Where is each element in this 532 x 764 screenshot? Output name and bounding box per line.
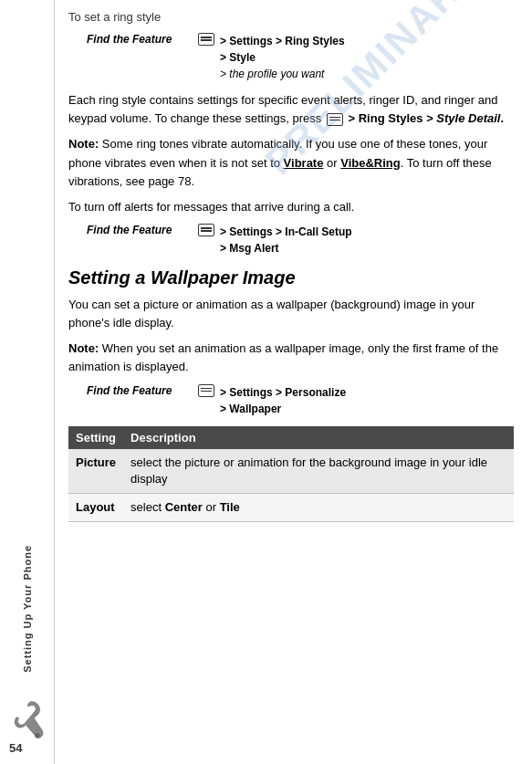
table-header-setting: Setting	[68, 426, 123, 449]
find-feature-1: Find the Feature > Settings > Ring Style…	[87, 33, 514, 82]
ff2-path-line1: > Settings > In-Call Setup	[220, 225, 352, 238]
table-cell-description: select Center or Tile	[123, 493, 514, 521]
note-1: Note: Some ring tones vibrate automatica…	[68, 135, 514, 190]
table-header-description: Description	[123, 426, 514, 449]
ff3-path-line1: > Settings > Personalize	[220, 386, 346, 399]
menu-icon-inline	[327, 113, 343, 126]
section-title: To set a ring style	[68, 9, 514, 26]
svg-point-0	[35, 733, 39, 738]
find-feature-2-path: > Settings > In-Call Setup > Msg Alert	[220, 224, 352, 256]
note-2: Note: When you set an animation as a wal…	[68, 340, 514, 376]
find-feature-3: Find the Feature > Settings > Personaliz…	[87, 384, 514, 417]
sidebar-label: Setting Up Your Phone	[22, 545, 33, 673]
body-text-1: Each ring style contains settings for sp…	[68, 91, 514, 128]
ff1-path-line2: > Style	[220, 51, 256, 64]
menu-icon-2	[198, 224, 214, 236]
table-cell-setting: Picture	[68, 449, 123, 494]
body-text-2: To turn off alerts for messages that arr…	[68, 198, 514, 216]
sidebar: 54 Setting Up Your Phone	[0, 0, 55, 764]
settings-table: Setting Description Pictureselect the pi…	[68, 426, 514, 523]
table-cell-description: select the picture or animation for the …	[123, 449, 514, 494]
wrench-icon	[9, 697, 46, 746]
ff3-path-line2: > Wallpaper	[220, 403, 281, 415]
body-text-3: You can set a picture or animation as a …	[68, 296, 514, 332]
find-feature-2-label: Find the Feature	[87, 224, 196, 236]
find-feature-2: Find the Feature > Settings > In-Call Se…	[87, 224, 514, 256]
ff1-path-line1: > Settings > Ring Styles	[220, 35, 345, 47]
find-feature-3-path: > Settings > Personalize > Wallpaper	[220, 384, 346, 417]
table-row: Pictureselect the picture or animation f…	[68, 449, 514, 494]
ff1-path-line3: > the profile you want	[220, 68, 324, 80]
ff2-path-line2: > Msg Alert	[220, 242, 279, 255]
find-feature-1-path: > Settings > Ring Styles > Style > the p…	[220, 33, 345, 82]
main-content: PRELIMINARY To set a ring style Find the…	[55, 0, 532, 764]
find-feature-3-label: Find the Feature	[87, 384, 196, 397]
table-cell-setting: Layout	[68, 493, 123, 521]
menu-icon-1	[198, 33, 214, 46]
menu-icon-3	[198, 384, 214, 397]
section-heading: Setting a Wallpaper Image	[68, 267, 514, 288]
table-header-row: Setting Description	[68, 426, 514, 449]
body1-cont: > Ring Styles > Style Detail.	[349, 111, 505, 125]
find-feature-1-label: Find the Feature	[87, 33, 196, 46]
table-row: Layoutselect Center or Tile	[68, 493, 514, 521]
